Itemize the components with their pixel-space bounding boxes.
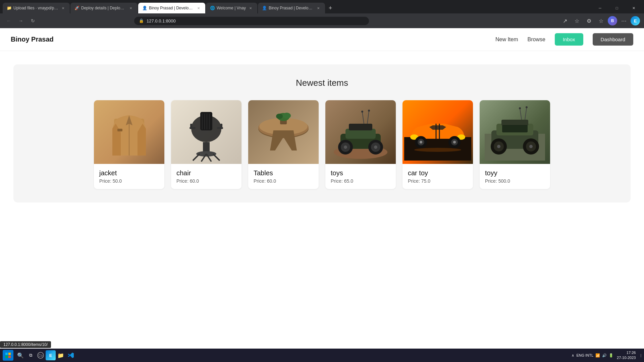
tab-2-close[interactable]: ✕ — [128, 5, 133, 11]
item-image-tables — [248, 100, 319, 164]
svg-rect-55 — [501, 120, 528, 126]
more-menu-icon[interactable]: ⋯ — [619, 15, 629, 26]
vscode-logo-icon — [67, 352, 74, 359]
svg-point-47 — [420, 141, 422, 143]
clock[interactable]: 17:26 27-10-2023 — [617, 350, 636, 361]
svg-line-6 — [193, 154, 200, 161]
taskbar: 🔍 ⧉ Co E 📁 ∧ ENG INTL 📶 🔊 🔋 17:26 27-10-… — [0, 349, 644, 362]
cartoy-svg-icon — [404, 104, 471, 161]
item-card-tables[interactable]: Tables Price: 60.0 — [248, 100, 319, 189]
address-bar-row: ← → ↻ 🔒 127.0.0.1:8000 ↗ ☆ ⚙ ☆ B ⋯ E — [0, 13, 644, 28]
item-info-jacket: jacket Price: 50.0 — [94, 164, 164, 189]
tab-5[interactable]: 👤 Binoy Prasad | Developer ✕ — [258, 3, 325, 13]
item-card-toys[interactable]: toys Price: 65.0 — [325, 100, 396, 189]
window-controls: ─ □ ✕ — [592, 3, 641, 13]
item-price-toys: Price: 65.0 — [331, 178, 390, 184]
minimize-button[interactable]: ─ — [592, 3, 608, 13]
svg-text:Co: Co — [39, 354, 43, 357]
toys-svg-icon — [330, 104, 391, 161]
svg-rect-70 — [8, 356, 11, 358]
svg-line-37 — [367, 111, 369, 124]
item-info-chair: chair Price: 60.0 — [171, 164, 241, 189]
item-name-toyy: toyy — [485, 169, 545, 177]
battery-icon[interactable]: 🔋 — [609, 353, 613, 358]
item-image-toys — [325, 100, 396, 164]
refresh-button[interactable]: ↻ — [28, 16, 38, 25]
section-title: Newest items — [24, 78, 620, 88]
address-bar[interactable]: 🔒 127.0.0.1:8000 — [134, 17, 369, 25]
svg-point-24 — [276, 114, 283, 119]
svg-rect-67 — [5, 353, 8, 355]
extensions-icon[interactable]: ⚙ — [584, 15, 594, 26]
item-info-cartoy: car toy Price: 75.0 — [402, 164, 473, 189]
tab-4-favicon: 🌐 — [210, 6, 215, 10]
navbar: Binoy Prasad New Item Browse Inbox Dashb… — [0, 28, 644, 51]
item-card-chair[interactable]: chair Price: 60.0 — [171, 100, 241, 189]
edge-sidebar-icon[interactable]: E — [631, 16, 640, 25]
item-image-jacket — [94, 100, 164, 164]
tab-4-close[interactable]: ✕ — [248, 5, 253, 11]
tab-1[interactable]: 📁 Upload files · vnaypd/portfolio ✕ — [3, 3, 70, 13]
svg-rect-2 — [117, 129, 122, 131]
profile-avatar[interactable]: B — [608, 16, 617, 25]
star-icon[interactable]: ☆ — [572, 15, 582, 26]
taskbar-search-icon[interactable]: 🔍 — [15, 350, 25, 360]
svg-rect-14 — [220, 124, 222, 129]
nav-inbox-button[interactable]: Inbox — [555, 33, 583, 46]
newest-items-card: Newest items — [13, 64, 631, 202]
svg-rect-29 — [349, 124, 372, 130]
item-price-jacket: Price: 50.0 — [99, 178, 159, 184]
item-price-cartoy: Price: 75.0 — [408, 178, 468, 184]
show-desktop-button[interactable]: | — [640, 354, 641, 357]
copilot-icon: Co — [37, 352, 44, 359]
nav-new-item[interactable]: New Item — [495, 37, 518, 43]
tab-5-close[interactable]: ✕ — [316, 5, 321, 11]
taskbar-taskview-icon[interactable]: ⧉ — [25, 350, 36, 360]
back-button[interactable]: ← — [4, 16, 13, 25]
close-button[interactable]: ✕ — [626, 3, 641, 13]
svg-point-51 — [414, 148, 461, 152]
tray-up-arrow[interactable]: ∧ — [572, 353, 574, 358]
tab-3[interactable]: 👤 Binoy Prasad | Developer ✕ — [138, 3, 205, 13]
item-price-tables: Price: 60.0 — [254, 178, 313, 184]
item-card-toyy[interactable]: toyy Price: 500.0 — [480, 100, 550, 189]
svg-point-32 — [344, 145, 347, 149]
windows-logo-icon — [5, 352, 11, 358]
tab-2[interactable]: 🚀 Deploy details | Deploys | rad-cr... ✕ — [70, 3, 138, 13]
svg-line-36 — [362, 112, 364, 124]
main-section: Newest items — [0, 51, 644, 216]
item-name-tables: Tables — [254, 169, 313, 177]
tab-4[interactable]: 🌐 Welcome | Vnay ✕ — [206, 3, 257, 13]
item-card-jacket[interactable]: jacket Price: 50.0 — [94, 100, 164, 189]
taskbar-copilot-icon[interactable]: Co — [36, 350, 46, 360]
tab-1-title: Upload files · vnaypd/portfolio — [13, 6, 58, 10]
share-icon[interactable]: ↗ — [559, 15, 570, 26]
svg-line-57 — [525, 108, 527, 120]
clock-time: 17:26 — [617, 350, 636, 355]
start-button[interactable] — [3, 350, 13, 361]
taskbar-edge-icon[interactable]: E — [46, 350, 56, 360]
svg-point-50 — [453, 141, 456, 143]
tab-bar: 📁 Upload files · vnaypd/portfolio ✕ 🚀 De… — [0, 0, 644, 13]
address-text: 127.0.0.1:8000 — [147, 18, 364, 23]
chair-svg-icon — [183, 102, 230, 162]
maximize-button[interactable]: □ — [609, 3, 625, 13]
new-tab-button[interactable]: + — [326, 3, 335, 13]
forward-button[interactable]: → — [16, 16, 25, 25]
volume-icon[interactable]: 🔊 — [602, 353, 607, 358]
wifi-icon[interactable]: 📶 — [595, 353, 600, 358]
tab-3-close[interactable]: ✕ — [196, 5, 201, 11]
taskbar-vscode-icon[interactable] — [66, 350, 76, 360]
nav-browse[interactable]: Browse — [528, 37, 545, 43]
tab-1-close[interactable]: ✕ — [60, 5, 66, 11]
item-name-jacket: jacket — [99, 169, 159, 177]
taskbar-explorer-icon[interactable]: 📁 — [56, 350, 66, 360]
svg-point-59 — [526, 106, 528, 108]
item-card-cartoy[interactable]: car toy Price: 75.0 — [402, 100, 473, 189]
taskbar-right: ∧ ENG INTL 📶 🔊 🔋 17:26 27-10-2023 | — [572, 350, 641, 361]
svg-rect-4 — [203, 142, 210, 152]
tab-1-favicon: 📁 — [7, 6, 11, 10]
favorites-icon[interactable]: ☆ — [596, 15, 606, 26]
item-image-toyy — [480, 100, 550, 164]
nav-dashboard-button[interactable]: Dashboard — [593, 33, 633, 46]
